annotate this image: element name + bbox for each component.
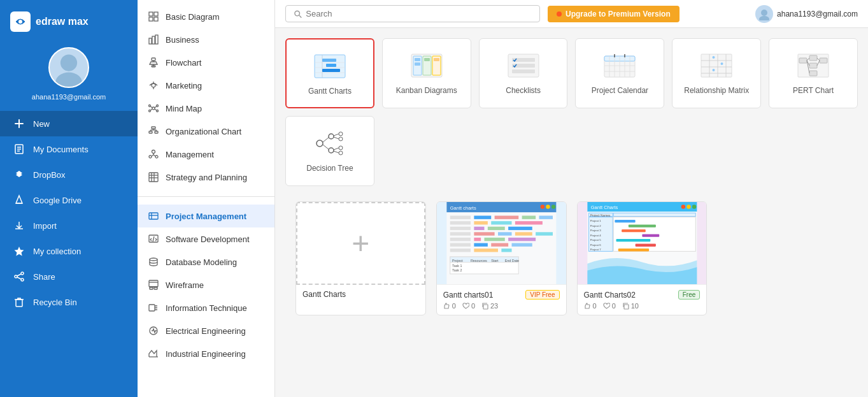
svg-rect-88 bbox=[434, 58, 439, 61]
svg-rect-50 bbox=[149, 173, 158, 182]
svg-rect-169 bbox=[511, 243, 532, 247]
svg-rect-77 bbox=[322, 69, 340, 72]
mid-label-management: Management bbox=[166, 150, 214, 159]
mid-item-software-dev[interactable]: Software Development bbox=[138, 227, 274, 250]
mid-item-electrical[interactable]: Electrical Engineering bbox=[138, 319, 274, 342]
app-name: edraw max bbox=[36, 16, 89, 27]
svg-point-45 bbox=[149, 155, 152, 158]
pert-chart-icon bbox=[797, 52, 830, 80]
app-logo-icon bbox=[10, 11, 31, 32]
svg-rect-153 bbox=[450, 227, 471, 230]
diagram-card-relationship[interactable]: Relationship Matrix bbox=[672, 38, 761, 108]
svg-rect-104 bbox=[701, 54, 732, 77]
svg-rect-64 bbox=[150, 287, 153, 289]
nav-item-import[interactable]: Import bbox=[0, 213, 138, 238]
template-info-new: Gantt Charts bbox=[296, 285, 425, 304]
svg-text:End Date: End Date bbox=[505, 259, 519, 263]
svg-rect-21 bbox=[149, 38, 152, 44]
mid-item-management[interactable]: Management bbox=[138, 143, 274, 166]
nav-item-my-collection[interactable]: My collection bbox=[0, 238, 138, 264]
user-avatar-topbar bbox=[755, 5, 773, 23]
svg-rect-115 bbox=[799, 58, 807, 63]
nav-collection-label: My collection bbox=[33, 247, 81, 256]
checklists-icon bbox=[507, 52, 540, 80]
template-preview-new: + bbox=[296, 202, 425, 285]
svg-point-44 bbox=[152, 150, 155, 154]
svg-line-15 bbox=[17, 277, 21, 279]
dropbox-icon bbox=[13, 168, 25, 181]
svg-line-36 bbox=[155, 109, 157, 110]
nav-item-my-documents[interactable]: My Documents bbox=[0, 136, 138, 162]
info-technique-icon bbox=[148, 302, 159, 314]
mid-item-org-chart[interactable]: Organizational Chart bbox=[138, 120, 274, 143]
svg-point-141 bbox=[540, 205, 544, 208]
mid-label-info-technique: Information Technique bbox=[166, 303, 247, 313]
heart-icon bbox=[462, 303, 469, 310]
svg-rect-147 bbox=[522, 216, 536, 219]
mid-item-basic-diagram[interactable]: Basic Diagram bbox=[138, 5, 274, 28]
mid-item-flowchart[interactable]: Flowchart bbox=[138, 51, 274, 74]
svg-rect-172 bbox=[501, 249, 511, 252]
diagram-card-kanban[interactable]: Kanban Diagrams bbox=[382, 38, 471, 108]
mind-map-icon bbox=[148, 103, 159, 114]
stat-copies-gantt01: 23 bbox=[481, 302, 498, 310]
strategy-icon bbox=[148, 171, 159, 183]
nav-item-share[interactable]: Share bbox=[0, 264, 138, 289]
left-nav-items: New My Documents DropBox bbox=[0, 106, 138, 320]
template-card-gantt02[interactable]: Gantt Charts Project Names Project 1 Pro… bbox=[577, 201, 708, 315]
svg-text:Project Names: Project Names bbox=[590, 214, 610, 217]
nav-item-recycle-bin[interactable]: Recycle Bin bbox=[0, 289, 138, 315]
mid-item-wireframe[interactable]: Wireframe bbox=[138, 273, 274, 296]
svg-line-33 bbox=[151, 106, 153, 108]
mid-item-mind-map[interactable]: Mind Map bbox=[138, 97, 274, 120]
industrial-icon bbox=[148, 348, 159, 359]
mid-section-bottom: Project Management Software Development bbox=[138, 199, 274, 370]
nav-item-new[interactable]: New bbox=[0, 111, 138, 136]
svg-marker-8 bbox=[16, 196, 22, 203]
template-name-new: Gantt Charts bbox=[302, 290, 346, 299]
mid-item-project-management[interactable]: Project Management bbox=[138, 205, 274, 227]
marketing-icon bbox=[148, 80, 159, 91]
mid-label-industrial: Industrial Engineering bbox=[166, 349, 246, 359]
mid-item-info-technique[interactable]: Information Technique bbox=[138, 296, 274, 319]
svg-rect-20 bbox=[154, 17, 158, 21]
mid-label-software-dev: Software Development bbox=[166, 235, 250, 244]
project-calendar-icon bbox=[603, 52, 636, 80]
diagram-card-project-calendar[interactable]: Project Calendar bbox=[575, 38, 664, 108]
mid-label-strategy: Strategy and Planning bbox=[166, 173, 247, 182]
svg-point-30 bbox=[157, 105, 159, 107]
search-icon bbox=[294, 10, 302, 18]
svg-point-60 bbox=[150, 258, 157, 261]
diagram-card-gantt[interactable]: Gantt Charts bbox=[285, 38, 374, 108]
mid-item-database[interactable]: Database Modeling bbox=[138, 250, 274, 273]
template-card-gantt01[interactable]: Gantt charts bbox=[436, 201, 567, 315]
svg-point-113 bbox=[713, 69, 715, 71]
search-box bbox=[285, 5, 540, 22]
diagram-card-decision-tree[interactable]: Decision Tree bbox=[285, 116, 374, 186]
user-area[interactable]: ahana1193@gmail.com bbox=[755, 5, 858, 23]
svg-line-130 bbox=[334, 134, 339, 136]
svg-rect-203 bbox=[642, 235, 659, 237]
mid-item-industrial[interactable]: Industrial Engineering bbox=[138, 342, 274, 365]
upgrade-button[interactable]: Upgrade to Premium Version bbox=[548, 6, 679, 22]
svg-rect-17 bbox=[149, 12, 153, 16]
template-card-new[interactable]: + Gantt Charts bbox=[295, 201, 426, 315]
mid-item-marketing[interactable]: Marketing bbox=[138, 74, 274, 97]
svg-line-34 bbox=[155, 106, 157, 108]
search-input[interactable] bbox=[306, 9, 532, 18]
mid-item-strategy[interactable]: Strategy and Planning bbox=[138, 166, 274, 189]
diagram-card-pert[interactable]: PERT Chart bbox=[769, 38, 858, 108]
relationship-icon bbox=[700, 52, 733, 80]
svg-rect-170 bbox=[450, 249, 471, 252]
svg-rect-4 bbox=[15, 123, 24, 124]
drive-icon bbox=[13, 194, 25, 206]
nav-import-label: Import bbox=[33, 221, 57, 231]
nav-item-dropbox[interactable]: DropBox bbox=[0, 162, 138, 187]
mid-item-business[interactable]: Business bbox=[138, 28, 274, 51]
templates-section: + Gantt Charts Gantt charts bbox=[285, 201, 858, 326]
svg-rect-38 bbox=[149, 131, 152, 133]
diagram-card-checklists[interactable]: Checklists bbox=[479, 38, 568, 108]
diagram-calendar-label: Project Calendar bbox=[592, 86, 648, 95]
nav-item-google-drive[interactable]: Google Drive bbox=[0, 187, 138, 213]
svg-point-31 bbox=[149, 110, 151, 112]
